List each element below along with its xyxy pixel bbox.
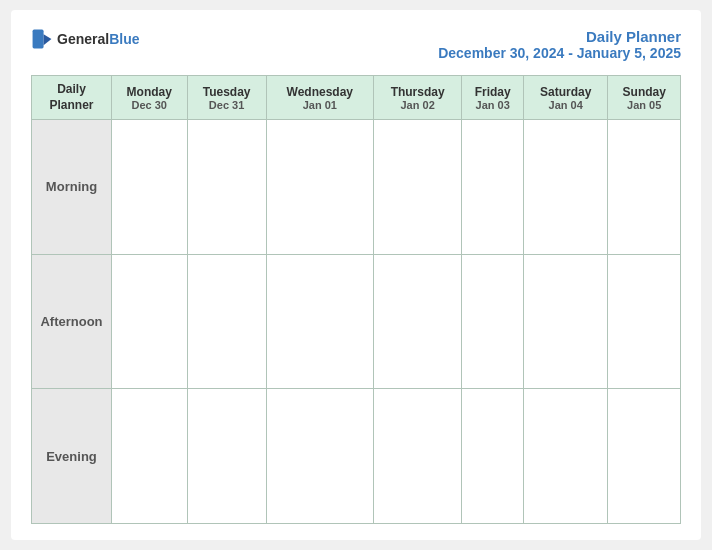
- day-name-wed: Wednesday: [269, 85, 371, 99]
- header-right: Daily Planner December 30, 2024 - Januar…: [438, 28, 681, 61]
- cell-afternoon-mon[interactable]: [112, 254, 188, 389]
- day-name-fri: Friday: [464, 85, 521, 99]
- logo-icon: [31, 28, 53, 50]
- cell-evening-tue[interactable]: [187, 389, 266, 524]
- cell-morning-thu[interactable]: [373, 120, 462, 255]
- cell-afternoon-thu[interactable]: [373, 254, 462, 389]
- row-header-evening: Evening: [32, 389, 112, 524]
- logo-text-blue: Blue: [109, 31, 139, 47]
- table-row-afternoon: Afternoon: [32, 254, 681, 389]
- col-header-thu: Thursday Jan 02: [373, 76, 462, 120]
- col-header-tue: Tuesday Dec 31: [187, 76, 266, 120]
- day-date-thu: Jan 02: [376, 99, 460, 111]
- day-date-wed: Jan 01: [269, 99, 371, 111]
- cell-evening-sat[interactable]: [523, 389, 608, 524]
- day-date-tue: Dec 31: [190, 99, 264, 111]
- col-header-fri: Friday Jan 03: [462, 76, 524, 120]
- cell-afternoon-sun[interactable]: [608, 254, 681, 389]
- cell-afternoon-wed[interactable]: [266, 254, 373, 389]
- day-name-sat: Saturday: [526, 85, 606, 99]
- logo: GeneralBlue: [31, 28, 139, 50]
- col-header-wed: Wednesday Jan 01: [266, 76, 373, 120]
- day-name-tue: Tuesday: [190, 85, 264, 99]
- table-row-evening: Evening: [32, 389, 681, 524]
- cell-morning-mon[interactable]: [112, 120, 188, 255]
- logo-text-general: General: [57, 31, 109, 47]
- planner-table: Daily Planner Monday Dec 30 Tuesday Dec …: [31, 75, 681, 524]
- cell-morning-tue[interactable]: [187, 120, 266, 255]
- day-date-fri: Jan 03: [464, 99, 521, 111]
- cell-evening-wed[interactable]: [266, 389, 373, 524]
- day-name-thu: Thursday: [376, 85, 460, 99]
- svg-marker-1: [44, 34, 52, 45]
- row-header-afternoon: Afternoon: [32, 254, 112, 389]
- table-header-row: Daily Planner Monday Dec 30 Tuesday Dec …: [32, 76, 681, 120]
- cell-evening-mon[interactable]: [112, 389, 188, 524]
- cell-evening-sun[interactable]: [608, 389, 681, 524]
- cell-afternoon-sat[interactable]: [523, 254, 608, 389]
- header: GeneralBlue Daily Planner December 30, 2…: [31, 28, 681, 61]
- row-header-morning: Morning: [32, 120, 112, 255]
- day-name-mon: Monday: [114, 85, 185, 99]
- cell-afternoon-fri[interactable]: [462, 254, 524, 389]
- cell-morning-sun[interactable]: [608, 120, 681, 255]
- svg-rect-0: [33, 30, 44, 49]
- day-date-mon: Dec 30: [114, 99, 185, 111]
- header-title: Daily Planner: [438, 28, 681, 45]
- cell-morning-wed[interactable]: [266, 120, 373, 255]
- table-row-morning: Morning: [32, 120, 681, 255]
- col-header-mon: Monday Dec 30: [112, 76, 188, 120]
- header-date-range: December 30, 2024 - January 5, 2025: [438, 45, 681, 61]
- cell-morning-fri[interactable]: [462, 120, 524, 255]
- cell-afternoon-tue[interactable]: [187, 254, 266, 389]
- cell-morning-sat[interactable]: [523, 120, 608, 255]
- col-header-sun: Sunday Jan 05: [608, 76, 681, 120]
- col-header-sat: Saturday Jan 04: [523, 76, 608, 120]
- day-date-sun: Jan 05: [610, 99, 678, 111]
- day-date-sat: Jan 04: [526, 99, 606, 111]
- cell-evening-thu[interactable]: [373, 389, 462, 524]
- page-container: GeneralBlue Daily Planner December 30, 2…: [11, 10, 701, 540]
- cell-evening-fri[interactable]: [462, 389, 524, 524]
- day-name-sun: Sunday: [610, 85, 678, 99]
- first-col-header: Daily Planner: [32, 76, 112, 120]
